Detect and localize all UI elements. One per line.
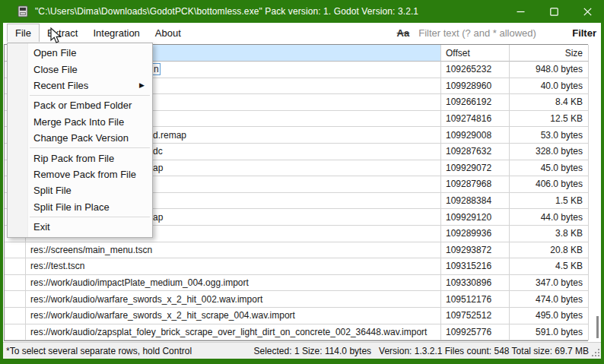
size-cell[interactable]: 1.5 KB xyxy=(510,193,589,210)
path-tail-text: n xyxy=(153,64,160,74)
offset-cell[interactable]: 109315216 xyxy=(441,258,510,275)
size-cell[interactable]: 948.0 bytes xyxy=(510,62,589,78)
offset-cell[interactable]: 109265232 xyxy=(441,62,510,78)
size-cell[interactable]: 4.5 KB xyxy=(510,258,589,275)
app-window: "C:\Users\Dima\Downloads\GodotPCK\bottom… xyxy=(0,0,604,364)
file-menu-item-split-file-in-place[interactable]: Split File in Place xyxy=(8,199,152,215)
table-row[interactable]: res://work/audio/warfare_swords_x_2_hit_… xyxy=(5,291,587,308)
window-controls xyxy=(504,0,604,23)
row-header-cell[interactable] xyxy=(5,258,26,275)
path-cell[interactable]: res://work/audio/zapsplat_foley_brick_sc… xyxy=(26,324,441,341)
row-header-cell[interactable] xyxy=(5,324,26,341)
offset-cell[interactable]: 109274816 xyxy=(441,111,510,128)
size-cell[interactable]: 12.5 KB xyxy=(510,111,589,128)
file-menu-item-recent-files[interactable]: Recent Files▶ xyxy=(8,78,152,93)
table-row[interactable]: res://screens/main_menu.tscn10929387220.… xyxy=(5,242,587,259)
row-header-cell[interactable] xyxy=(5,275,26,292)
resize-grip-icon[interactable] xyxy=(592,349,599,356)
table-row[interactable]: res://work/audio/impactPlate_medium_004.… xyxy=(5,275,587,292)
offset-cell[interactable]: 109287632 xyxy=(441,144,510,160)
size-cell[interactable]: 474.0 bytes xyxy=(510,291,589,308)
mouse-cursor xyxy=(50,27,62,44)
offset-cell[interactable]: 109287968 xyxy=(441,176,510,193)
menu-separator xyxy=(30,95,150,96)
row-header-cell[interactable] xyxy=(5,242,26,259)
offset-cell[interactable]: 109925776 xyxy=(441,324,510,341)
size-cell[interactable]: 40.0 bytes xyxy=(510,78,589,95)
status-hint: *To select several separate rows, hold C… xyxy=(6,346,192,356)
file-menu-dropdown: Open FileClose FileRecent Files▶Pack or … xyxy=(7,43,153,238)
menu-items: FileExtractIntegrationAbout xyxy=(7,24,189,42)
title-bar: "C:\Users\Dima\Downloads\GodotPCK\bottom… xyxy=(0,0,604,23)
close-button[interactable] xyxy=(571,0,604,23)
offset-cell[interactable]: 109928960 xyxy=(441,78,510,95)
offset-cell[interactable]: 109288384 xyxy=(441,193,510,210)
size-cell[interactable]: 8.4 KB xyxy=(510,94,589,111)
minimize-button[interactable] xyxy=(504,0,537,23)
column-header-size[interactable]: Size xyxy=(510,45,589,62)
menu-bar: FileExtractIntegrationAbout Aa Filter xyxy=(3,23,601,43)
offset-cell[interactable]: 109266192 xyxy=(441,94,510,111)
offset-cell[interactable]: 109293872 xyxy=(441,242,510,259)
size-cell[interactable]: 53.0 bytes xyxy=(510,127,589,144)
offset-cell[interactable]: 109929072 xyxy=(441,160,510,177)
status-info: Version: 1.3.2.1 Files count: 548 Total … xyxy=(379,346,589,356)
file-menu-item-close-file[interactable]: Close File xyxy=(8,61,152,77)
offset-cell[interactable]: 109929120 xyxy=(441,209,510,226)
table-row[interactable]: res://test.tscn1093152164.5 KB xyxy=(5,258,587,275)
filter-input[interactable] xyxy=(418,25,561,40)
offset-cell[interactable]: 109752512 xyxy=(441,308,510,324)
file-menu-item-change-pack-version[interactable]: Change Pack Version xyxy=(8,130,152,146)
file-menu-item-split-file[interactable]: Split File xyxy=(8,182,152,198)
size-cell[interactable]: 591.0 bytes xyxy=(510,324,589,341)
menu-item-integration[interactable]: Integration xyxy=(85,24,147,42)
size-cell[interactable]: 45.0 bytes xyxy=(510,160,589,177)
vertical-scrollbar-thumb[interactable] xyxy=(596,316,599,338)
menu-item-file[interactable]: File xyxy=(7,24,40,42)
table-row[interactable]: res://work/audio/zapsplat_foley_brick_sc… xyxy=(5,324,587,341)
file-menu-item-open-file[interactable]: Open File xyxy=(8,45,152,61)
path-tail-text: d.remap xyxy=(153,130,186,141)
file-menu-item-rip-pack-from-file[interactable]: Rip Pack from File xyxy=(8,150,152,166)
status-summary: Selected: 1 Size: 114.0 bytes Version: 1… xyxy=(254,346,589,356)
status-selected: Selected: 1 Size: 114.0 bytes xyxy=(254,346,372,356)
size-cell[interactable]: 347.0 bytes xyxy=(510,275,589,292)
size-cell[interactable]: 406.0 bytes xyxy=(510,176,589,193)
size-cell[interactable]: 495.0 bytes xyxy=(510,308,589,324)
size-cell[interactable]: 44.0 bytes xyxy=(510,209,589,226)
path-tail-text: ap xyxy=(153,212,163,223)
window-title: "C:\Users\Dima\Downloads\GodotPCK\bottom… xyxy=(35,6,418,17)
size-cell[interactable]: 328.0 bytes xyxy=(510,144,589,160)
path-cell[interactable]: res://screens/main_menu.tscn xyxy=(26,242,441,259)
app-icon xyxy=(17,5,29,17)
offset-cell[interactable]: 109330896 xyxy=(441,275,510,292)
menu-separator xyxy=(30,217,150,217)
path-cell[interactable]: res://test.tscn xyxy=(26,258,441,275)
row-header-cell[interactable] xyxy=(5,291,26,308)
path-tail-text: dc xyxy=(153,146,163,157)
path-cell[interactable]: res://work/audio/warfare_swords_x_2_hit_… xyxy=(26,291,441,308)
path-cell[interactable]: res://work/audio/warfare_swords_x_2_hit_… xyxy=(26,308,441,324)
path-tail-text: ap xyxy=(153,163,163,173)
file-menu-item-exit[interactable]: Exit xyxy=(8,219,152,235)
size-cell[interactable]: 3.8 KB xyxy=(510,226,589,242)
offset-cell[interactable]: 109512176 xyxy=(441,291,510,308)
size-cell[interactable]: 20.8 KB xyxy=(510,242,589,259)
file-menu-item-remove-pack-from-file[interactable]: Remove Pack from File xyxy=(8,166,152,182)
row-header-cell[interactable] xyxy=(5,308,26,324)
status-bar: *To select several separate rows, hold C… xyxy=(3,342,601,359)
submenu-arrow-icon: ▶ xyxy=(139,81,145,89)
file-menu-item-pack-or-embed-folder[interactable]: Pack or Embed Folder xyxy=(8,97,152,113)
path-cell[interactable]: res://work/audio/impactPlate_medium_004.… xyxy=(26,275,441,292)
menu-item-extract[interactable]: Extract xyxy=(40,24,85,42)
match-case-toggle[interactable]: Aa xyxy=(397,27,410,39)
menu-item-about[interactable]: About xyxy=(148,24,189,42)
offset-cell[interactable]: 109289936 xyxy=(441,226,510,242)
column-header-offset[interactable]: Offset xyxy=(441,45,510,62)
filter-group: Aa Filter xyxy=(397,23,596,43)
filter-button[interactable]: Filter xyxy=(572,27,596,39)
maximize-button[interactable] xyxy=(537,0,571,23)
table-row[interactable]: res://work/audio/warfare_swords_x_2_hit_… xyxy=(5,308,587,324)
offset-cell[interactable]: 109929008 xyxy=(441,127,510,144)
file-menu-item-merge-pack-into-file[interactable]: Merge Pack Into File xyxy=(8,114,152,130)
